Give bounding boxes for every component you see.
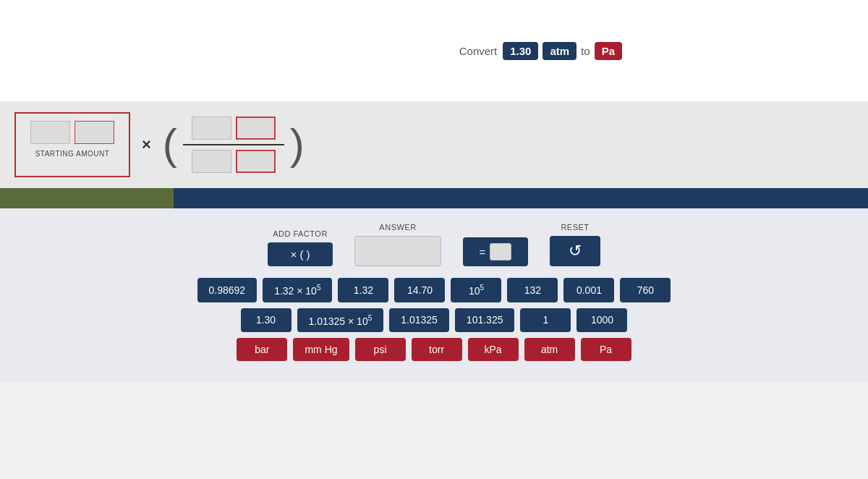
reset-button[interactable]: ↺ (550, 236, 600, 266)
paren-left: ( (163, 123, 177, 166)
btn-atm[interactable]: atm (524, 338, 575, 361)
starting-amount-label: STARTING AMOUNT (35, 150, 110, 158)
top-bar: Convert 1.30 atm to Pa (0, 0, 868, 101)
answer-display (354, 236, 441, 266)
convert-unit-to: Pa (595, 42, 622, 60)
equals-spacer (494, 224, 497, 233)
fraction-top (192, 116, 276, 140)
starting-value-field[interactable] (30, 121, 70, 144)
add-factor-group: ADD FACTOR × ( ) (268, 229, 333, 266)
btn-row-2: 1.30 1.01325 × 105 1.01325 101.325 1 100… (241, 308, 628, 333)
btn-0_98692[interactable]: 0.98692 (197, 278, 258, 302)
btn-14_70[interactable]: 14.70 (394, 278, 445, 302)
fraction-bottom-right[interactable] (236, 150, 276, 173)
multiply-sign: × (142, 135, 151, 154)
band-navy (174, 188, 868, 208)
formula-area: STARTING AMOUNT × ( ) (0, 101, 868, 188)
btn-pa[interactable]: Pa (581, 338, 631, 361)
reset-group: RESET ↺ (550, 223, 600, 266)
fraction-bottom (192, 150, 276, 173)
starting-unit-field[interactable] (75, 121, 114, 144)
fraction-top-right[interactable] (236, 116, 276, 140)
paren-right: ) (290, 123, 305, 166)
band-olive (0, 188, 174, 208)
btn-1_01325[interactable]: 1.01325 (389, 308, 449, 333)
add-factor-button[interactable]: × ( ) (268, 242, 333, 266)
equals-symbol: = (480, 246, 486, 258)
btn-mm-hg[interactable]: mm Hg (293, 338, 349, 361)
convert-value: 1.30 (503, 42, 538, 60)
btn-760[interactable]: 760 (620, 278, 671, 302)
btn-psi[interactable]: psi (355, 338, 406, 361)
bottom-panel: ADD FACTOR × ( ) ANSWER = RESET ↺ 0.9869… (0, 208, 868, 383)
convert-label: Convert (459, 45, 498, 57)
fraction-line (183, 144, 284, 145)
btn-132[interactable]: 132 (507, 278, 558, 302)
controls-row: ADD FACTOR × ( ) ANSWER = RESET ↺ (268, 223, 600, 266)
btn-1_32e5[interactable]: 1.32 × 105 (263, 278, 332, 302)
btn-1[interactable]: 1 (520, 308, 571, 333)
equals-button[interactable]: = (463, 237, 528, 266)
fraction-box (177, 114, 290, 176)
btn-row-1: 0.98692 1.32 × 105 1.32 14.70 105 132 0.… (197, 278, 671, 302)
answer-label: ANSWER (379, 223, 416, 232)
btn-torr[interactable]: torr (412, 338, 462, 361)
btn-kpa[interactable]: kPa (468, 338, 519, 361)
btn-bar[interactable]: bar (237, 338, 287, 361)
btn-row-3: bar mm Hg psi torr kPa atm Pa (237, 338, 631, 361)
answer-box-inline (490, 243, 511, 260)
btn-0_001[interactable]: 0.001 (563, 278, 614, 302)
btn-1_01325e5[interactable]: 1.01325 × 105 (297, 308, 384, 333)
convert-to-text: to (581, 45, 590, 57)
btn-1000[interactable]: 1000 (576, 308, 627, 333)
convert-unit-from: atm (542, 42, 576, 60)
starting-amount-box: STARTING AMOUNT (14, 112, 130, 177)
fraction-container: ( ) (163, 114, 305, 176)
add-factor-label: ADD FACTOR (273, 229, 328, 238)
btn-1_30[interactable]: 1.30 (241, 308, 292, 333)
answer-group: ANSWER (354, 223, 441, 266)
equals-group: = (463, 224, 528, 266)
fraction-top-left[interactable] (192, 116, 231, 140)
reset-label: RESET (561, 223, 589, 232)
btn-101_325[interactable]: 101.325 (455, 308, 515, 333)
fraction-bottom-left[interactable] (192, 150, 231, 173)
number-buttons: 0.98692 1.32 × 105 1.32 14.70 105 132 0.… (197, 278, 671, 361)
starting-amount-fields (30, 121, 114, 144)
color-bands (0, 188, 868, 208)
btn-1_32[interactable]: 1.32 (338, 278, 388, 302)
btn-10e5[interactable]: 105 (451, 278, 501, 302)
